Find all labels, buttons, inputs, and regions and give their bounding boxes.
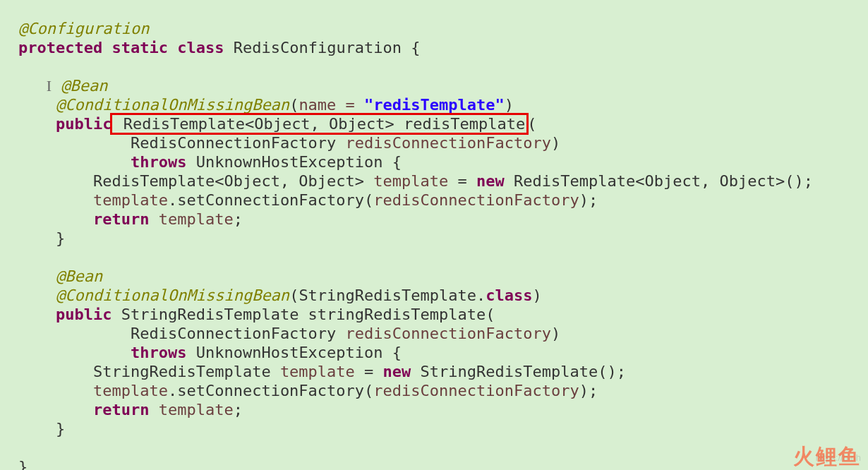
annotation-configuration: @Configuration — [18, 20, 149, 37]
watermark-text: 火鲤鱼 — [793, 447, 861, 466]
kw-protected: protected — [18, 39, 102, 56]
var-template-2b: template — [93, 382, 168, 399]
arg-factory-1: redisConnectionFactory — [373, 191, 579, 209]
brace-close-1: } — [56, 229, 65, 247]
lparen-2: ( — [289, 287, 299, 304]
kw-class: class — [177, 39, 224, 56]
eq-2: = — [355, 363, 383, 380]
kw-public-1: public — [56, 115, 111, 133]
kw-throws-2: throws — [131, 344, 186, 361]
class-name: RedisConfiguration — [234, 39, 402, 56]
kw-public-2: public — [56, 306, 111, 323]
annotation-condmissing-1: @ConditionalOnMissingBean — [56, 96, 289, 114]
var-template-2c: template — [159, 401, 234, 418]
annotation-condmissing-2: @ConditionalOnMissingBean — [56, 287, 289, 304]
highlighted-signature: RedisTemplate<Object, Object> redisTempl… — [110, 113, 529, 135]
ctor-1: RedisTemplate<Object, Object>(); — [505, 172, 813, 190]
arg-type-2: StringRedisTemplate. — [299, 287, 486, 304]
lparen: ( — [289, 96, 299, 114]
string-redistemplate: "redisTemplate" — [364, 96, 505, 114]
call-setfactory-2: .setConnectionFactory( — [168, 382, 373, 399]
rparen: ) — [505, 96, 514, 114]
decl-type-1: RedisTemplate<Object, Object> — [93, 172, 373, 190]
kw-new-2: new — [383, 363, 411, 380]
eq-1: = — [448, 172, 476, 190]
brace-close-2: } — [56, 420, 65, 438]
rparen-1: ) — [551, 134, 560, 152]
ctor-2: StringRedisTemplate(); — [411, 363, 626, 380]
code-block: @Configuration protected static class Re… — [0, 0, 868, 470]
stmt-end-1: ); — [579, 191, 598, 209]
annotation-bean-1: @Bean — [61, 77, 107, 95]
text-cursor — [47, 77, 52, 95]
brace-close-outer: } — [18, 458, 28, 470]
brace-open: { — [402, 39, 421, 56]
kw-return-2: return — [93, 401, 149, 418]
rparen-2b: ) — [551, 325, 560, 342]
var-template-1a: template — [373, 172, 448, 190]
var-template-1c: template — [159, 210, 234, 228]
param-name-2: redisConnectionFactory — [346, 325, 551, 342]
var-template-2a: template — [280, 363, 355, 380]
kw-throws-1: throws — [131, 153, 186, 171]
param-type-1: RedisConnectionFactory — [131, 134, 346, 152]
arg-factory-2: redisConnectionFactory — [373, 382, 579, 399]
sp-2 — [149, 401, 158, 418]
kw-class-lit: class — [486, 287, 532, 304]
stmt-end-2: ); — [579, 382, 598, 399]
method-sig-2: StringRedisTemplate stringRedisTemplate( — [111, 306, 495, 323]
param-type-2: RedisConnectionFactory — [131, 325, 346, 342]
kw-return-1: return — [93, 210, 149, 228]
sp-1 — [149, 210, 158, 228]
exception-type-2: UnknownHostException { — [186, 344, 402, 361]
var-template-1b: template — [93, 191, 168, 209]
semi-1: ; — [234, 210, 243, 228]
param-name-1: redisConnectionFactory — [346, 134, 551, 152]
arg-name: name = — [299, 96, 364, 114]
lparen-sig: ( — [527, 115, 536, 133]
call-setfactory-1: .setConnectionFactory( — [168, 191, 373, 209]
kw-static: static — [111, 39, 167, 56]
semi-2: ; — [234, 401, 243, 418]
rparen-2: ) — [533, 287, 542, 304]
kw-new-1: new — [476, 172, 505, 190]
decl-type-2: StringRedisTemplate — [93, 363, 280, 380]
exception-type-1: UnknownHostException { — [186, 153, 402, 171]
annotation-bean-2: @Bean — [56, 267, 102, 285]
